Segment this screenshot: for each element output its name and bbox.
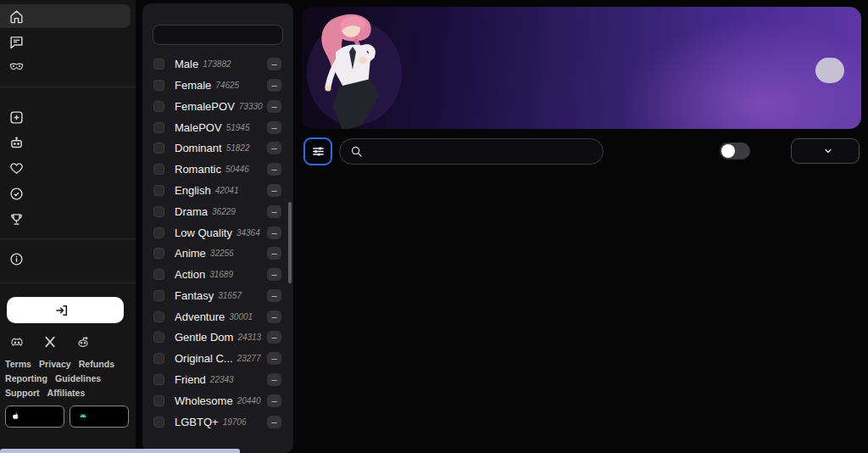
tag-row[interactable]: Low Quality 34364 – xyxy=(153,224,281,241)
tag-row[interactable]: Action 31689 – xyxy=(153,266,281,283)
sidebar-item-my-personas[interactable] xyxy=(0,55,131,79)
sidebar-item-help[interactable] xyxy=(0,247,131,271)
sidebar-item-leaderboard[interactable] xyxy=(0,207,131,231)
filter-button[interactable] xyxy=(303,137,332,165)
tag-name[interactable]: Female xyxy=(175,79,211,92)
tag-panel-scrollbar[interactable] xyxy=(288,202,292,283)
tag-checkbox[interactable] xyxy=(153,143,164,154)
tag-checkbox[interactable] xyxy=(153,290,164,301)
tag-exclude-button[interactable]: – xyxy=(267,394,281,407)
tag-name[interactable]: Fantasy xyxy=(175,289,214,302)
tag-row[interactable]: LGBTQ+ 19706 – xyxy=(153,413,281,430)
sidebar-item-favorites[interactable] xyxy=(0,156,131,180)
tag-row[interactable]: Female 74625 – xyxy=(153,77,281,94)
nsfw-toggle[interactable] xyxy=(720,143,750,159)
sort-dropdown[interactable] xyxy=(791,138,860,164)
tag-name[interactable]: Low Quality xyxy=(175,226,232,239)
sidebar-item-chats[interactable] xyxy=(0,30,131,53)
tag-checkbox[interactable] xyxy=(153,353,164,364)
tag-checkbox[interactable] xyxy=(153,374,164,385)
tag-exclude-button[interactable]: – xyxy=(267,79,281,92)
footer-link[interactable]: Support xyxy=(5,388,40,398)
tag-row[interactable]: Dominant 51822 – xyxy=(153,140,281,157)
tag-exclude-button[interactable]: – xyxy=(267,142,281,154)
tag-name[interactable]: FemalePOV xyxy=(175,100,235,113)
tag-exclude-button[interactable]: – xyxy=(267,163,281,176)
tag-exclude-button[interactable]: – xyxy=(267,268,281,281)
tag-checkbox[interactable] xyxy=(153,101,164,112)
tag-exclude-button[interactable]: – xyxy=(267,373,281,386)
tag-exclude-button[interactable]: – xyxy=(267,331,281,344)
sidebar-item-create-chatbot[interactable] xyxy=(0,105,131,129)
tag-checkbox[interactable] xyxy=(153,417,164,428)
tag-row[interactable]: Original C... 23277 – xyxy=(153,350,281,367)
tag-search[interactable] xyxy=(153,25,283,45)
tag-name[interactable]: Adventure xyxy=(175,310,225,323)
footer-link[interactable]: Guidelines xyxy=(55,373,101,383)
tag-row[interactable]: Anime 32256 – xyxy=(153,245,281,262)
tag-checkbox[interactable] xyxy=(153,59,164,70)
x-twitter-icon[interactable] xyxy=(43,335,57,349)
tag-name[interactable]: MalePOV xyxy=(175,121,222,134)
tag-row[interactable]: Wholesome 20440 – xyxy=(153,393,281,410)
android-badge[interactable] xyxy=(70,405,129,428)
tag-name[interactable]: Romantic xyxy=(175,163,221,176)
tag-exclude-button[interactable]: – xyxy=(267,121,281,134)
tag-checkbox[interactable] xyxy=(153,164,164,175)
tag-exclude-button[interactable]: – xyxy=(267,352,281,365)
tag-checkbox[interactable] xyxy=(153,311,164,322)
footer-link[interactable]: Terms xyxy=(5,359,31,369)
tag-row[interactable]: Fantasy 31657 – xyxy=(153,288,281,305)
tag-exclude-button[interactable]: – xyxy=(267,247,281,260)
tag-name[interactable]: Action xyxy=(175,268,205,281)
tag-row[interactable]: Male 173882 – xyxy=(153,56,281,73)
footer-link[interactable]: Privacy xyxy=(39,359,71,369)
tag-checkbox[interactable] xyxy=(153,248,164,259)
tag-name[interactable]: Wholesome xyxy=(175,394,233,407)
tag-row[interactable]: Drama 36229 – xyxy=(153,203,281,220)
tag-name[interactable]: Male xyxy=(175,58,198,70)
tag-row[interactable]: Friend 22343 – xyxy=(153,372,281,389)
tag-exclude-button[interactable]: – xyxy=(267,58,281,70)
sidebar-item-my-chatbots[interactable] xyxy=(0,131,131,154)
tag-name[interactable]: Original C... xyxy=(175,352,233,365)
tag-exclude-button[interactable]: – xyxy=(267,226,281,239)
tag-search-input[interactable] xyxy=(160,29,275,41)
main-search[interactable] xyxy=(339,138,604,165)
discord-icon[interactable] xyxy=(10,335,24,349)
create-free-account-button[interactable] xyxy=(815,58,844,83)
app-store-badge[interactable] xyxy=(5,405,64,428)
tag-row[interactable]: Romantic 50446 – xyxy=(153,161,281,178)
tag-checkbox[interactable] xyxy=(153,206,164,217)
tag-checkbox[interactable] xyxy=(153,122,164,133)
tag-name[interactable]: Drama xyxy=(175,205,208,218)
tag-checkbox[interactable] xyxy=(153,395,164,406)
sidebar-item-recommendations[interactable] xyxy=(0,182,131,205)
tag-name[interactable]: Dominant xyxy=(175,142,222,154)
tag-exclude-button[interactable]: – xyxy=(267,100,281,113)
tag-row[interactable]: Adventure 30001 – xyxy=(153,308,281,325)
footer-link[interactable]: Reporting xyxy=(5,373,47,383)
tag-exclude-button[interactable]: – xyxy=(267,289,281,302)
tag-name[interactable]: Friend xyxy=(175,373,206,386)
tag-checkbox[interactable] xyxy=(153,227,164,238)
tag-checkbox[interactable] xyxy=(153,80,164,91)
tag-row[interactable]: FemalePOV 73330 – xyxy=(153,98,281,115)
tag-exclude-button[interactable]: – xyxy=(267,205,281,218)
main-search-input[interactable] xyxy=(370,145,593,158)
tag-exclude-button[interactable]: – xyxy=(267,184,281,197)
tag-row[interactable]: Gentle Dom 24313 – xyxy=(153,329,281,346)
tag-name[interactable]: Anime xyxy=(175,247,206,260)
tag-checkbox[interactable] xyxy=(153,332,164,343)
tag-exclude-button[interactable]: – xyxy=(267,310,281,323)
tag-row[interactable]: English 42041 – xyxy=(153,182,281,199)
sign-in-button[interactable] xyxy=(7,297,124,323)
tag-checkbox[interactable] xyxy=(153,269,164,280)
reddit-icon[interactable] xyxy=(76,335,90,349)
tag-name[interactable]: LGBTQ+ xyxy=(175,416,219,428)
tag-name[interactable]: English xyxy=(175,184,211,197)
footer-link[interactable]: Affiliates xyxy=(47,388,86,398)
tag-checkbox[interactable] xyxy=(153,185,164,196)
sidebar-item-home[interactable] xyxy=(0,4,131,28)
tag-exclude-button[interactable]: – xyxy=(267,416,281,428)
